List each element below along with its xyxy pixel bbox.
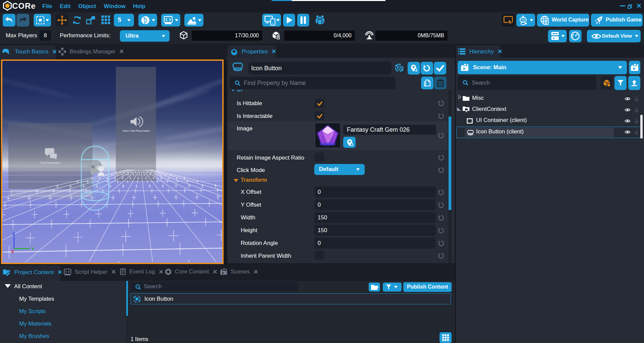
svg-text:Voice Chat Placeholder: Voice Chat Placeholder xyxy=(123,129,150,132)
svg-text:X: X xyxy=(11,249,14,254)
svg-text:Y: Y xyxy=(31,246,34,251)
svg-text:Z: Z xyxy=(12,232,15,237)
